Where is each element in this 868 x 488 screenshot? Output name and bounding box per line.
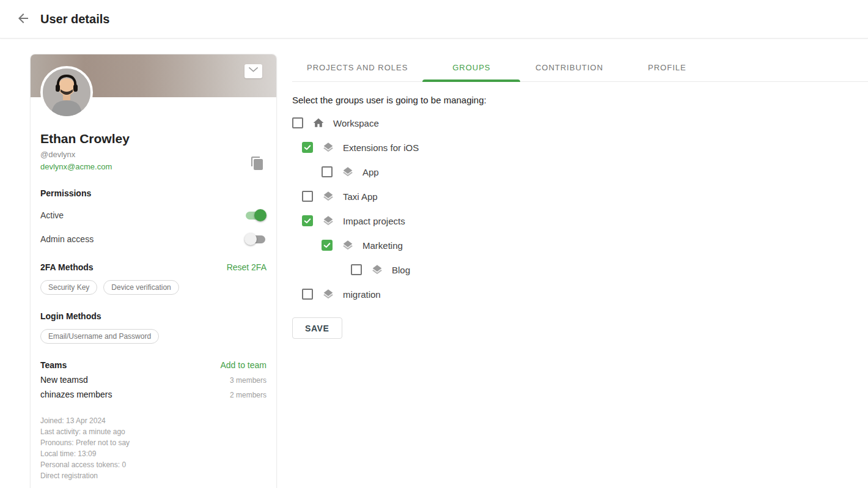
group-tree-row[interactable]: App xyxy=(292,160,868,184)
layers-icon xyxy=(322,141,335,154)
identity-block: Ethan Crowley @devlynx devlynx@acme.com xyxy=(40,131,267,172)
save-button[interactable]: SAVE xyxy=(292,317,342,339)
permission-toggle-row: Admin access xyxy=(40,232,267,246)
group-tree-row[interactable]: Taxi App xyxy=(292,184,868,209)
meta-line: Personal access tokens: 0 xyxy=(40,459,267,470)
group-label: migration xyxy=(343,289,381,300)
envelope-icon xyxy=(248,66,259,77)
group-checkbox[interactable] xyxy=(322,240,333,251)
group-tree-row[interactable]: Workspace xyxy=(292,111,868,135)
toggle-thumb xyxy=(245,233,257,245)
detail-panel: PROJECTS AND ROLESGROUPSCONTRIBUTIONPROF… xyxy=(292,54,868,339)
group-label: Extensions for iOS xyxy=(343,142,419,153)
user-profile-card: Ethan Crowley @devlynx devlynx@acme.com … xyxy=(30,54,277,488)
twofa-section: 2FA Methods Reset 2FA Security KeyDevice… xyxy=(40,262,267,295)
layers-icon xyxy=(322,190,335,203)
permission-toggle-row: Active xyxy=(40,209,267,222)
user-name: Ethan Crowley xyxy=(40,131,267,146)
reset-2fa-link[interactable]: Reset 2FA xyxy=(227,262,267,272)
back-button[interactable] xyxy=(15,10,32,28)
groups-instruction: Select the groups user is going to be ma… xyxy=(292,95,868,105)
send-email-button[interactable] xyxy=(245,64,262,78)
team-row: New teamsd 3 members xyxy=(40,375,267,385)
permission-label: Admin access xyxy=(40,234,94,244)
meta-line: Pronouns: Prefer not to say xyxy=(40,437,267,448)
group-checkbox[interactable] xyxy=(351,264,362,275)
group-tree-row[interactable]: migration xyxy=(292,282,868,306)
group-checkbox[interactable] xyxy=(302,191,313,202)
group-checkbox[interactable] xyxy=(302,289,313,300)
team-name: chinazes members xyxy=(40,390,112,399)
group-tree-row[interactable]: Marketing xyxy=(292,233,868,257)
team-name: New teamsd xyxy=(40,375,88,385)
permission-toggle[interactable] xyxy=(245,209,267,221)
permission-label: Active xyxy=(40,210,64,220)
meta-line: Local time: 13:09 xyxy=(40,448,267,459)
group-label: Impact projects xyxy=(343,216,405,226)
tab-projects-and-roles[interactable]: PROJECTS AND ROLES xyxy=(292,54,422,81)
home-icon xyxy=(312,116,325,130)
layers-icon xyxy=(341,238,355,252)
layers-icon xyxy=(341,165,355,179)
layers-icon xyxy=(322,214,335,227)
meta-line: Last activity: a minute ago xyxy=(40,426,267,437)
group-tree-row[interactable]: Impact projects xyxy=(292,209,868,233)
profile-card-body: Ethan Crowley @devlynx devlynx@acme.com … xyxy=(31,97,276,488)
group-label: App xyxy=(362,167,379,177)
layers-icon xyxy=(322,287,335,301)
permissions-section: Permissions Active Admin access xyxy=(40,188,267,246)
team-member-count: 2 members xyxy=(230,391,267,399)
profile-meta: Joined: 13 Apr 2024Last activity: a minu… xyxy=(40,415,267,481)
user-email-link[interactable]: devlynx@acme.com xyxy=(40,162,112,171)
twofa-method-chip: Device verification xyxy=(103,280,178,295)
login-method-chip: Email/Username and Password xyxy=(40,329,159,344)
copy-email-button[interactable] xyxy=(249,156,265,172)
tab-profile[interactable]: PROFILE xyxy=(618,54,716,81)
twofa-chips: Security KeyDevice verification xyxy=(40,280,267,295)
group-label: Taxi App xyxy=(343,191,378,202)
page-title: User details xyxy=(40,12,109,26)
login-methods-title: Login Methods xyxy=(40,311,101,321)
avatar xyxy=(40,66,93,119)
group-tree-row[interactable]: Extensions for iOS xyxy=(292,135,868,160)
layers-icon xyxy=(370,263,384,276)
copy-icon xyxy=(250,163,265,172)
meta-line: Joined: 13 Apr 2024 xyxy=(40,415,267,426)
teams-title: Teams xyxy=(40,360,67,370)
toggle-thumb xyxy=(254,209,267,221)
login-methods-section: Login Methods Email/Username and Passwor… xyxy=(40,311,267,344)
group-label: Blog xyxy=(392,265,410,275)
permission-toggle[interactable] xyxy=(245,233,267,245)
team-member-count: 3 members xyxy=(230,376,267,385)
group-tree-row[interactable]: Blog xyxy=(292,257,868,282)
groups-tree: Workspace Extensions for iOS App xyxy=(292,111,868,306)
app-header: User details xyxy=(0,0,868,39)
group-checkbox[interactable] xyxy=(292,117,303,128)
tab-contribution[interactable]: CONTRIBUTION xyxy=(520,54,618,81)
teams-section: Teams Add to team New teamsd 3 members c… xyxy=(40,360,267,399)
group-label: Workspace xyxy=(333,118,379,128)
permissions-title: Permissions xyxy=(40,188,267,198)
group-checkbox[interactable] xyxy=(302,142,313,153)
back-arrow-icon xyxy=(16,11,31,28)
main-content: Ethan Crowley @devlynx devlynx@acme.com … xyxy=(0,39,868,488)
user-handle: @devlynx xyxy=(40,150,267,159)
twofa-method-chip: Security Key xyxy=(40,280,97,295)
tab-groups[interactable]: GROUPS xyxy=(422,54,520,81)
group-checkbox[interactable] xyxy=(322,166,333,177)
add-to-team-link[interactable]: Add to team xyxy=(221,360,267,370)
login-method-chips: Email/Username and Password xyxy=(40,329,267,344)
team-row: chinazes members 2 members xyxy=(40,390,267,399)
group-checkbox[interactable] xyxy=(302,215,313,226)
meta-line: Direct registration xyxy=(40,470,267,481)
twofa-title: 2FA Methods xyxy=(40,262,94,272)
tab-bar: PROJECTS AND ROLESGROUPSCONTRIBUTIONPROF… xyxy=(292,54,868,82)
group-label: Marketing xyxy=(362,240,403,251)
